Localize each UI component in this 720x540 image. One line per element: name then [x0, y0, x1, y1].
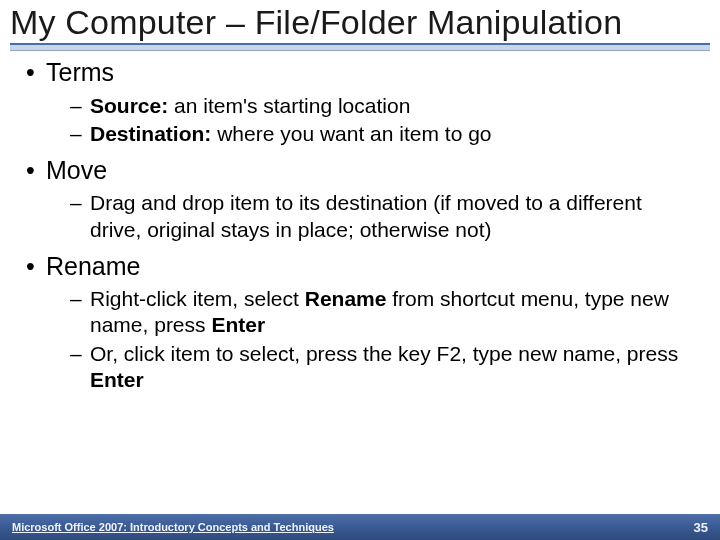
sub-list: Right-click item, select Rename from sho…: [70, 286, 694, 393]
item-bold: Enter: [90, 368, 144, 391]
list-item: Source: an item's starting location: [70, 93, 694, 119]
term-label: Destination:: [90, 122, 211, 145]
page-number: 35: [694, 520, 708, 535]
title-underline: [10, 43, 710, 51]
footer-source: Microsoft Office 2007: Introductory Conc…: [12, 521, 334, 533]
section-heading: Terms: [46, 58, 114, 86]
list-item: Right-click item, select Rename from sho…: [70, 286, 694, 339]
section-rename: Rename Right-click item, select Rename f…: [26, 251, 694, 393]
slide-title: My Computer – File/Folder Manipulation: [0, 0, 720, 41]
section-heading: Move: [46, 156, 107, 184]
section-move: Move Drag and drop item to its destinati…: [26, 155, 694, 243]
bullet-list: Terms Source: an item's starting locatio…: [26, 57, 694, 393]
section-heading: Rename: [46, 252, 141, 280]
footer-bar: Microsoft Office 2007: Introductory Conc…: [0, 514, 720, 540]
item-bold: Rename: [305, 287, 387, 310]
slide: My Computer – File/Folder Manipulation T…: [0, 0, 720, 540]
item-part: Or, click item to select, press the key …: [90, 342, 678, 365]
sub-list: Drag and drop item to its destination (i…: [70, 190, 694, 243]
slide-body: Terms Source: an item's starting locatio…: [0, 57, 720, 393]
term-label: Source:: [90, 94, 168, 117]
list-item: Drag and drop item to its destination (i…: [70, 190, 694, 243]
item-part: Right-click item, select: [90, 287, 305, 310]
item-text: Drag and drop item to its destination (i…: [90, 191, 642, 240]
section-terms: Terms Source: an item's starting locatio…: [26, 57, 694, 147]
term-text: an item's starting location: [168, 94, 410, 117]
list-item: Destination: where you want an item to g…: [70, 121, 694, 147]
list-item: Or, click item to select, press the key …: [70, 341, 694, 394]
term-text: where you want an item to go: [211, 122, 491, 145]
item-bold: Enter: [211, 313, 265, 336]
sub-list: Source: an item's starting location Dest…: [70, 93, 694, 148]
